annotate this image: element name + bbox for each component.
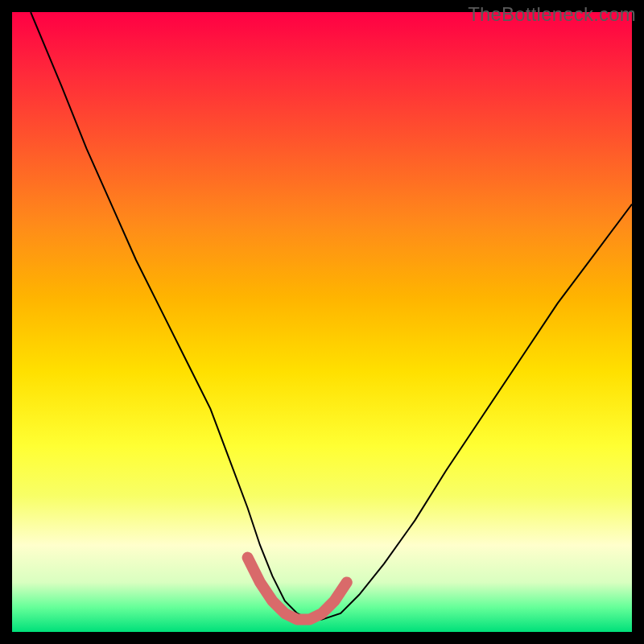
chart-stage: TheBottleneck.com [0, 0, 644, 644]
optimal-zone-highlight-path [248, 558, 347, 620]
plot-area [12, 12, 632, 632]
chart-svg [12, 12, 632, 632]
bottleneck-curve-path [31, 12, 632, 620]
watermark-text: TheBottleneck.com [468, 3, 636, 26]
